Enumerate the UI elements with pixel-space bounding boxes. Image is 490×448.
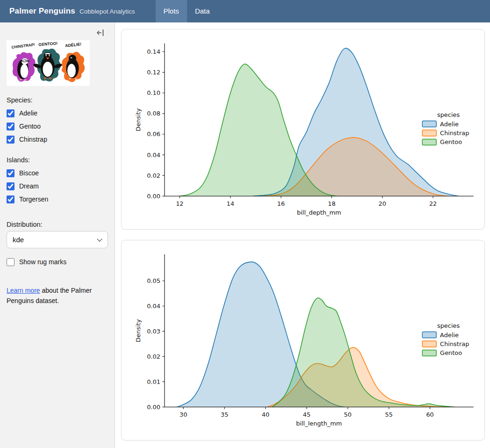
svg-text:35: 35 <box>221 411 228 418</box>
checkbox-torgersen[interactable] <box>7 195 14 203</box>
bill-length-density-chart: 303540455055600.000.010.020.030.040.05bi… <box>122 240 484 440</box>
svg-text:0.12: 0.12 <box>147 69 160 76</box>
svg-text:18: 18 <box>328 200 335 207</box>
checkbox-label: Gentoo <box>19 123 41 130</box>
distribution-select[interactable]: kde <box>7 231 108 248</box>
checkbox-label: Torgersen <box>19 195 48 203</box>
checkbox-row-dream[interactable]: Dream <box>7 180 108 193</box>
tab-data[interactable]: Data <box>187 0 218 22</box>
checkbox-label: Chinstrap <box>19 136 47 143</box>
penguins-artwork-image: CHINSTRAP! GENTOO! ADÉLIE! <box>7 40 90 86</box>
checkbox-label: Show rug marks <box>19 258 66 266</box>
checkbox-row-biscoe[interactable]: Biscoe <box>7 166 108 180</box>
distribution-label: Distribution: <box>7 221 108 228</box>
svg-text:Density: Density <box>135 108 142 131</box>
svg-text:22: 22 <box>429 200 437 207</box>
checkbox-row-chinstrap[interactable]: Chinstrap <box>7 133 108 146</box>
svg-text:Chinstrap: Chinstrap <box>440 340 469 347</box>
bill-depth-density-chart: 1214161820220.000.020.040.060.080.100.12… <box>122 29 484 229</box>
svg-text:species: species <box>437 111 460 118</box>
svg-text:0.08: 0.08 <box>147 110 160 117</box>
checkbox-biscoe[interactable] <box>7 169 14 177</box>
checkbox-dream[interactable] <box>7 182 14 190</box>
svg-text:12: 12 <box>176 200 183 207</box>
navbar: Palmer Penguins Cobblepot Analytics Plot… <box>0 0 490 22</box>
checkbox-row-adelie[interactable]: Adelie <box>7 107 108 120</box>
svg-text:16: 16 <box>277 200 285 207</box>
svg-text:45: 45 <box>303 411 310 418</box>
svg-text:0.03: 0.03 <box>147 328 160 335</box>
svg-text:40: 40 <box>262 411 269 418</box>
app-subtitle: Cobblepot Analytics <box>79 8 135 15</box>
svg-text:0.00: 0.00 <box>147 404 160 411</box>
svg-text:0.05: 0.05 <box>147 277 160 284</box>
sidebar: CHINSTRAP! GENTOO! ADÉLIE! Species: Adel… <box>0 22 115 448</box>
nav-tabs: Plots Data <box>156 0 218 22</box>
app-title: Palmer Penguins <box>9 7 75 16</box>
species-group-label: Species: <box>7 96 108 104</box>
checkbox-adelie[interactable] <box>7 109 14 117</box>
svg-text:14: 14 <box>227 200 234 207</box>
checkbox-label: Adelie <box>19 109 37 117</box>
svg-text:0.01: 0.01 <box>147 378 160 385</box>
svg-text:0.02: 0.02 <box>147 172 160 179</box>
svg-text:Chinstrap: Chinstrap <box>440 130 469 137</box>
islands-group-label: Islands: <box>7 156 108 164</box>
svg-text:0.04: 0.04 <box>147 152 160 159</box>
checkbox-gentoo[interactable] <box>7 123 14 130</box>
svg-text:20: 20 <box>379 200 386 207</box>
checkbox-rug[interactable] <box>7 258 14 266</box>
checkbox-row-rug[interactable]: Show rug marks <box>7 255 108 268</box>
svg-text:0.06: 0.06 <box>147 130 160 137</box>
main-content: 1214161820220.000.020.040.060.080.100.12… <box>115 22 490 448</box>
tab-plots[interactable]: Plots <box>156 0 187 22</box>
svg-text:0.10: 0.10 <box>147 89 160 96</box>
svg-text:Adelie: Adelie <box>440 332 459 339</box>
svg-text:Adelie: Adelie <box>440 121 459 128</box>
plot-card-bill-length: 303540455055600.000.010.020.030.040.05bi… <box>121 240 485 441</box>
svg-text:0.14: 0.14 <box>147 48 160 55</box>
checkbox-label: Dream <box>19 182 39 190</box>
checkbox-chinstrap[interactable] <box>7 136 14 144</box>
svg-text:bill_length_mm: bill_length_mm <box>296 420 342 427</box>
plot-card-bill-depth: 1214161820220.000.020.040.060.080.100.12… <box>121 29 485 230</box>
checkbox-label: Biscoe <box>19 169 39 177</box>
learn-more-link[interactable]: Learn more <box>7 287 40 294</box>
sidebar-collapse-icon[interactable] <box>96 29 104 37</box>
svg-text:60: 60 <box>426 411 433 418</box>
svg-text:Density: Density <box>135 319 142 342</box>
svg-text:0.00: 0.00 <box>147 193 160 200</box>
svg-text:30: 30 <box>180 411 187 418</box>
svg-text:0.04: 0.04 <box>147 303 160 310</box>
svg-text:bill_depth_mm: bill_depth_mm <box>297 209 341 216</box>
svg-text:55: 55 <box>385 411 393 418</box>
svg-text:0.02: 0.02 <box>147 353 160 360</box>
svg-text:50: 50 <box>344 411 352 418</box>
checkbox-row-gentoo[interactable]: Gentoo <box>7 120 108 133</box>
svg-text:Gentoo: Gentoo <box>440 349 462 356</box>
sidebar-footer-text: Learn more about the Palmer Penguins dat… <box>7 285 108 306</box>
svg-text:species: species <box>437 322 460 329</box>
checkbox-row-torgersen[interactable]: Torgersen <box>7 193 108 206</box>
svg-text:Gentoo: Gentoo <box>440 138 462 145</box>
